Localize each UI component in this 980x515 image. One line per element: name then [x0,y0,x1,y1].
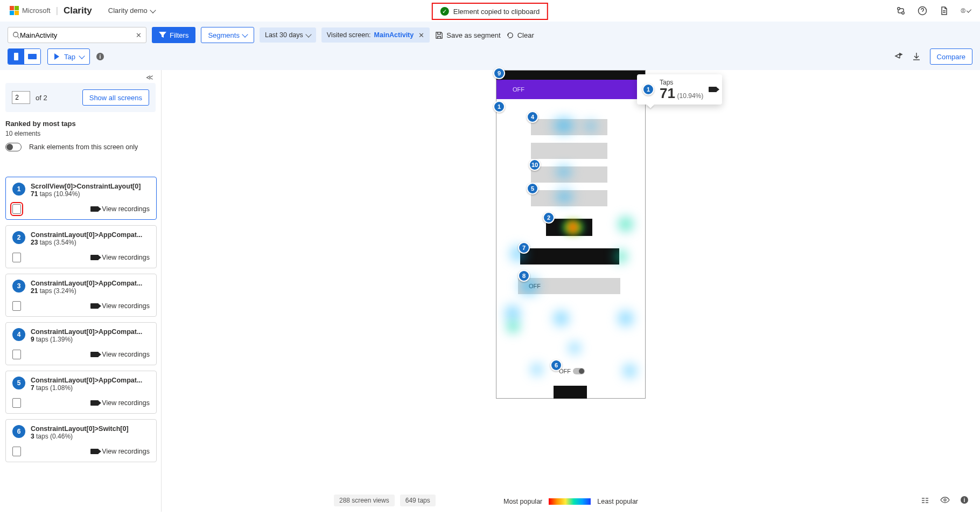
chevron-down-icon [242,31,248,37]
device-landscape[interactable] [24,49,40,64]
video-icon[interactable] [709,87,717,92]
copy-icon[interactable] [12,350,21,359]
tool-bar: Tap i Compare [0,48,980,70]
device-portrait[interactable] [8,49,24,64]
heatmap-marker[interactable]: 5 [527,183,538,194]
save-segment-button[interactable]: Save as segment [435,31,500,39]
popup-marker: 1 [642,83,654,95]
view-recordings-button[interactable]: View recordings [90,254,150,261]
show-all-screens-button[interactable]: Show all screens [82,89,149,106]
heatmap-marker[interactable]: 6 [550,359,562,371]
heatmap-marker[interactable]: 9 [493,67,505,79]
visited-screen-chip[interactable]: Visited screen: MainActivity ✕ [321,27,430,43]
element-title: ConstraintLayout[0]>Switch[0] [31,425,150,433]
play-icon [53,53,60,60]
remove-chip-icon[interactable]: ✕ [418,31,424,39]
check-circle-icon: ✓ [440,7,449,16]
undo-icon [506,31,514,39]
element-card[interactable]: 1 ScrollView[0]>ConstraintLayout[0] 71 t… [5,177,157,220]
search-input-wrap[interactable]: ✕ [8,27,146,43]
brand-clarity: Clarity [64,5,92,16]
copy-icon[interactable] [12,253,21,262]
ui-off-bar: OFF [518,278,620,294]
video-icon [90,449,99,454]
body: ≪ of 2 Show all screens Ranked by most t… [0,70,980,512]
filters-button[interactable]: Filters [152,27,195,43]
info-icon[interactable]: i [96,53,104,60]
element-card[interactable]: 3 ConstraintLayout[0]>AppCompat... 21 ta… [5,274,157,317]
rank-toggle[interactable] [5,143,22,151]
rank-bubble: 3 [12,280,25,293]
element-taps: 7 taps (1.08%) [31,384,150,392]
copy-icon[interactable] [12,398,21,408]
compare-button[interactable]: Compare [930,48,972,65]
heatmap-legend: Most popular Least popular [503,498,638,505]
element-card[interactable]: 2 ConstraintLayout[0]>AppCompat... 23 ta… [5,225,157,268]
ui-element [520,248,619,265]
developer-icon[interactable] [896,6,906,16]
rank-bubble: 1 [12,183,25,196]
heatmap-marker[interactable]: 7 [518,242,530,254]
ui-element [531,190,607,206]
share-icon[interactable] [893,52,903,61]
eye-icon[interactable] [940,496,950,506]
heatmap-marker[interactable]: 1 [493,101,505,113]
download-icon[interactable] [912,52,921,61]
element-card[interactable]: 6 ConstraintLayout[0]>Switch[0] 3 taps (… [5,419,157,462]
toast-text: Element copied to clipboard [453,8,540,16]
svg-rect-11 [14,53,18,60]
rank-bubble: 5 [12,377,25,389]
svg-point-10 [13,32,18,37]
element-title: ConstraintLayout[0]>AppCompat... [31,328,150,336]
chevron-down-icon [79,53,85,59]
ui-element [531,119,607,135]
page-number-input[interactable] [12,91,30,104]
collapse-sidebar-icon[interactable]: ≪ [146,73,153,81]
view-recordings-button[interactable]: View recordings [90,351,150,358]
filter-bar: ✕ Filters Segments Last 30 days Visited … [0,22,980,48]
heatmap-marker[interactable]: 10 [529,159,541,171]
project-selector[interactable]: Clarity demo [108,6,155,15]
sidebar: ≪ of 2 Show all screens Ranked by most t… [0,70,162,512]
element-list[interactable]: 1 ScrollView[0]>ConstraintLayout[0] 71 t… [5,177,159,512]
popup-value: 71 [660,85,675,101]
heatmap-marker[interactable]: 2 [543,212,555,224]
element-title: ScrollView[0]>ConstraintLayout[0] [31,183,150,190]
status-bar: 288 screen views 649 taps [334,495,436,506]
svg-point-6 [902,11,904,13]
chevron-down-icon [305,31,311,37]
chevron-down-icon [967,8,971,12]
ranked-title: Ranked by most taps [5,120,156,128]
element-card[interactable]: 4 ConstraintLayout[0]>AppCompat... 9 tap… [5,322,157,365]
brand-divider: | [56,6,58,16]
ui-element [554,386,587,399]
layout-icon[interactable] [921,496,929,506]
view-recordings-button[interactable]: View recordings [90,448,150,455]
element-taps: 23 taps (3.54%) [31,239,150,246]
taps-pill: 649 taps [400,495,436,506]
date-chip[interactable]: Last 30 days [260,27,316,43]
heatmap-marker[interactable]: 4 [527,111,538,123]
copy-icon[interactable] [12,301,21,311]
user-menu[interactable] [961,6,970,16]
help-icon[interactable] [918,6,927,16]
copy-icon[interactable] [12,204,21,214]
segments-button[interactable]: Segments [201,27,254,43]
element-card[interactable]: 5 ConstraintLayout[0]>AppCompat... 7 tap… [5,371,157,414]
heatmap-marker[interactable]: 8 [518,270,530,282]
document-icon[interactable] [939,6,949,16]
viewer-tools: i [921,496,968,506]
legend-least: Least popular [597,498,638,505]
filter-icon [159,32,166,38]
clear-search-icon[interactable]: ✕ [136,31,142,39]
switch-off [573,368,585,374]
clear-button[interactable]: Clear [506,31,534,39]
view-recordings-button[interactable]: View recordings [90,302,150,310]
copy-icon[interactable] [12,447,21,456]
tap-dropdown[interactable]: Tap [47,48,90,65]
tap-popup: 1 Taps 71 (10.94%) [637,74,722,105]
info-icon[interactable]: i [961,496,968,504]
view-recordings-button[interactable]: View recordings [90,399,150,407]
search-input[interactable] [20,31,136,39]
view-recordings-button[interactable]: View recordings [90,205,150,213]
